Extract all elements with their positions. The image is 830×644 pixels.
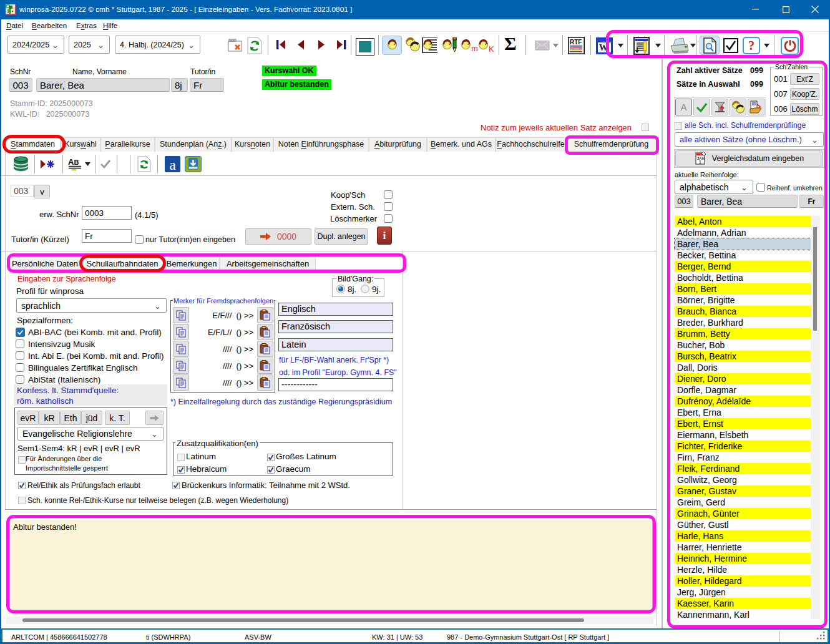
- svg-text:1: 1: [699, 160, 701, 164]
- svg-text:AB: AB: [68, 157, 79, 167]
